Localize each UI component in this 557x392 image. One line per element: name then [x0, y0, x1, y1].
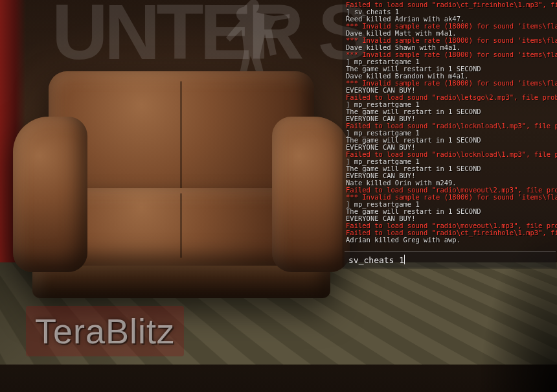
- game-logo-watermark: UNTER S: [52, 0, 366, 76]
- developer-console[interactable]: Failed to load sound "radio\ct_fireinhol…: [343, 0, 557, 269]
- console-line: Adrian killed Greg with awp.: [346, 236, 554, 244]
- console-input-bar[interactable]: [345, 251, 556, 268]
- console-input[interactable]: [345, 252, 556, 268]
- couch-prop: [13, 71, 350, 298]
- text-caret-icon: [404, 255, 405, 264]
- console-log[interactable]: Failed to load sound "radio\ct_fireinhol…: [343, 0, 557, 249]
- game-viewport: UNTER S TeraBlitz Failed to load sound "…: [0, 0, 557, 392]
- terablitz-watermark-text: TeraBlitz: [35, 312, 175, 351]
- terablitz-watermark: TeraBlitz: [26, 306, 184, 356]
